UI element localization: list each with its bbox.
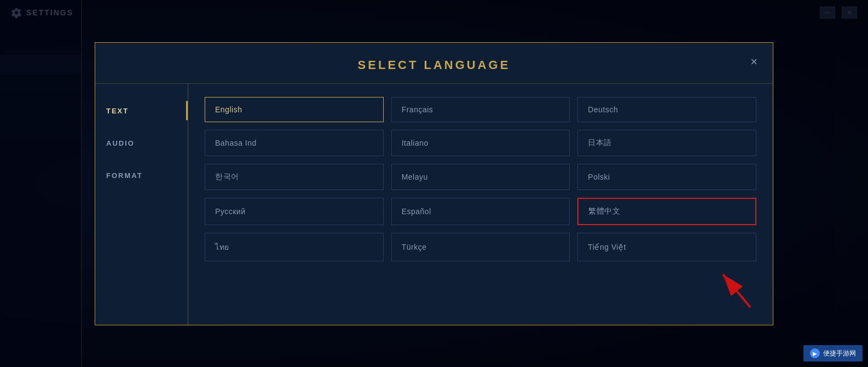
tab-format[interactable]: FORMAT (95, 159, 188, 192)
dialog-title: SELECT LANGUAGE (358, 58, 511, 72)
lang-espanol-button[interactable]: Español (391, 198, 570, 225)
lang-russian-button[interactable]: Русский (205, 198, 384, 225)
lang-italiano-button[interactable]: Italiano (391, 130, 570, 156)
lang-japanese-button[interactable]: 日本語 (577, 130, 756, 156)
dialog-header: SELECT LANGUAGE × (95, 43, 773, 84)
modal-overlay: SELECT LANGUAGE × TEXT AUDIO FORMAT Engl… (0, 0, 868, 367)
lang-deutsch-button[interactable]: Deutsch (577, 97, 756, 122)
lang-vietnamese-button[interactable]: Tiếng Việt (577, 233, 756, 261)
dialog-body: TEXT AUDIO FORMAT English Français Deu (95, 84, 773, 325)
lang-francais-button[interactable]: Français (391, 97, 570, 122)
watermark-icon: ▶ (810, 348, 820, 358)
lang-thai-button[interactable]: ไทย (205, 233, 384, 261)
tab-panel: TEXT AUDIO FORMAT (95, 84, 188, 325)
lang-chinese-traditional-button[interactable]: 繁體中文 (577, 198, 756, 225)
close-dialog-button[interactable]: × (746, 54, 762, 70)
watermark-text: 便捷手游网 (823, 349, 856, 358)
lang-melayu-button[interactable]: Melayu (391, 164, 570, 190)
tab-text[interactable]: TEXT (95, 95, 188, 127)
lang-polski-button[interactable]: Polski (577, 164, 756, 190)
lang-turkish-button[interactable]: Türkçe (391, 233, 570, 261)
lang-english-button[interactable]: English (205, 97, 384, 122)
watermark: ▶ 便捷手游网 (803, 345, 863, 362)
select-language-dialog: SELECT LANGUAGE × TEXT AUDIO FORMAT Engl… (95, 42, 773, 325)
lang-bahasa-button[interactable]: Bahasa Ind (205, 130, 384, 156)
tab-audio[interactable]: AUDIO (95, 127, 188, 159)
language-grid: English Français Deutsch Bahasa Ind Ital… (188, 84, 773, 325)
lang-korean-button[interactable]: 한국어 (205, 164, 384, 190)
